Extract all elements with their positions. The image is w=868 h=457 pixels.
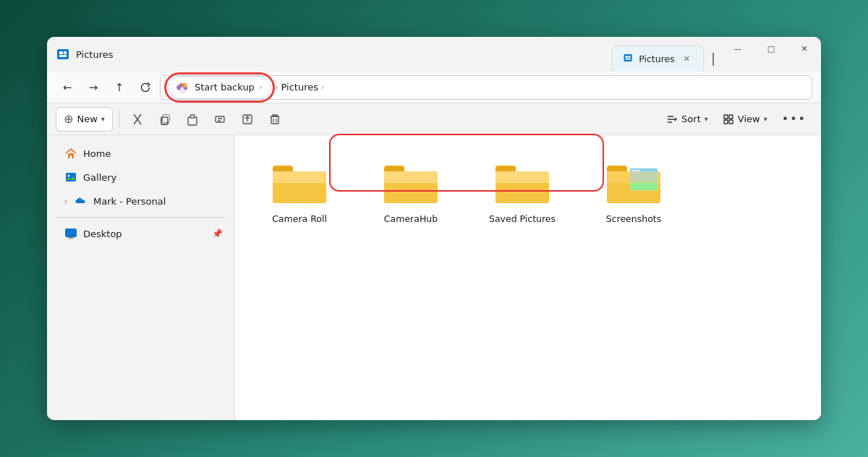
copy-icon: [158, 113, 171, 126]
cloud-icon: [75, 195, 88, 208]
svg-rect-45: [273, 180, 326, 183]
svg-text:↑: ↑: [183, 83, 186, 87]
forward-button[interactable]: →: [82, 76, 105, 99]
sidebar-cloud-label: Mark - Personal: [93, 196, 166, 207]
view-button[interactable]: View ▾: [717, 107, 773, 132]
minimize-button[interactable]: —: [721, 37, 754, 60]
breadcrumb-separator: ›: [274, 82, 278, 93]
svg-rect-58: [607, 171, 660, 183]
folder-icon-camerahub: [378, 155, 443, 208]
sidebar-divider: [56, 217, 226, 218]
home-icon: [64, 147, 77, 160]
sidebar: Home Gallery ›: [47, 135, 235, 420]
sidebar-item-home[interactable]: Home: [50, 142, 231, 165]
new-label: New: [77, 114, 97, 124]
delete-icon: [268, 113, 281, 126]
refresh-button[interactable]: [134, 76, 157, 99]
folder-icon-screenshots: [601, 155, 666, 208]
up-button[interactable]: ↑: [108, 76, 131, 99]
window-tab[interactable]: Pictures ✕: [612, 46, 704, 72]
svg-rect-19: [190, 115, 195, 118]
start-backup-button[interactable]: ↑ Start backup ›: [168, 76, 271, 99]
sidebar-item-gallery[interactable]: Gallery: [50, 166, 231, 189]
maximize-button[interactable]: □: [754, 37, 788, 60]
svg-rect-41: [69, 237, 73, 239]
svg-rect-56: [631, 170, 640, 171]
explorer-window: Pictures Pictures ✕ | — □ ✕ ← → ↑: [47, 37, 821, 420]
toolbar: ⊕ New ▾: [47, 103, 821, 135]
svg-rect-2: [64, 51, 67, 54]
sort-label: Sort: [681, 114, 701, 124]
breadcrumb-end-chevron: ›: [321, 82, 324, 92]
share-icon: [241, 113, 254, 126]
new-chevron: ▾: [101, 115, 105, 123]
copy-button[interactable]: [153, 107, 177, 132]
sort-button[interactable]: Sort ▾: [660, 107, 714, 132]
toolbar-right: Sort ▾ View ▾ •••: [660, 107, 812, 132]
cut-button[interactable]: [125, 107, 150, 132]
svg-rect-20: [216, 116, 224, 122]
folder-saved-pictures-label: Saved Pictures: [489, 213, 556, 224]
svg-point-38: [68, 175, 70, 177]
folder-item-camerahub[interactable]: CameraHub: [364, 150, 458, 230]
sort-icon: [666, 114, 678, 125]
folder-item-screenshots[interactable]: Screenshots: [587, 150, 681, 230]
close-button[interactable]: ✕: [788, 37, 821, 60]
svg-rect-6: [629, 56, 631, 58]
breadcrumb-bar[interactable]: ↑ Start backup › › Pictures ›: [160, 75, 812, 100]
delete-button[interactable]: [263, 107, 287, 132]
view-icon: [723, 114, 734, 125]
view-label: View: [738, 114, 760, 124]
folder-camerahub-label: CameraHub: [384, 213, 438, 224]
svg-rect-36: [70, 155, 72, 158]
content-area: Home Gallery ›: [47, 135, 821, 420]
svg-rect-5: [626, 56, 629, 58]
new-button[interactable]: ⊕ New ▾: [56, 107, 113, 132]
svg-rect-33: [724, 120, 728, 124]
folder-item-saved-pictures[interactable]: Saved Pictures: [475, 150, 569, 230]
breadcrumb-pictures[interactable]: Pictures: [281, 82, 318, 93]
toolbar-divider-1: [119, 111, 119, 128]
svg-rect-48: [384, 180, 438, 183]
gallery-icon: [64, 171, 77, 184]
svg-rect-42: [67, 239, 75, 239]
paste-icon: [186, 113, 199, 126]
tab-label: Pictures: [639, 54, 675, 64]
new-tab-button[interactable]: |: [705, 51, 721, 72]
folder-item-camera-roll[interactable]: Camera Roll: [252, 150, 346, 230]
sort-chevron: ▾: [705, 115, 708, 123]
sidebar-item-cloud[interactable]: › Mark - Personal: [50, 189, 231, 213]
nav-bar: ← → ↑ ↑: [47, 72, 821, 103]
paste-button[interactable]: [180, 107, 205, 132]
svg-rect-31: [724, 115, 728, 119]
backup-chevron: ›: [259, 82, 262, 92]
svg-rect-0: [57, 49, 69, 59]
svg-rect-4: [624, 54, 632, 61]
title-bar: Pictures Pictures ✕ | — □ ✕: [47, 37, 821, 72]
new-plus-icon: ⊕: [64, 112, 73, 126]
view-chevron: ▾: [764, 115, 767, 123]
backup-icon: ↑: [174, 80, 190, 95]
rename-button[interactable]: [208, 107, 232, 132]
svg-rect-37: [66, 173, 76, 181]
back-button[interactable]: ←: [56, 76, 79, 99]
svg-rect-7: [626, 59, 631, 60]
svg-rect-34: [729, 120, 733, 124]
window-title: Pictures: [76, 49, 606, 60]
tab-close-button[interactable]: ✕: [681, 53, 693, 65]
sidebar-item-desktop[interactable]: Desktop 📌: [50, 222, 231, 245]
more-button[interactable]: •••: [776, 107, 812, 132]
backup-label: Start backup: [195, 82, 255, 93]
svg-rect-51: [495, 180, 549, 183]
folder-camera-roll-label: Camera Roll: [272, 213, 327, 224]
file-area: Camera Roll CameraHub: [235, 135, 821, 420]
svg-rect-3: [59, 55, 67, 57]
share-button[interactable]: [235, 107, 260, 132]
rename-icon: [213, 113, 226, 126]
svg-rect-32: [729, 115, 733, 119]
folder-screenshots-label: Screenshots: [606, 213, 661, 224]
sidebar-desktop-label: Desktop: [83, 228, 122, 239]
svg-rect-39: [66, 229, 77, 237]
tab-icon: [623, 53, 633, 65]
sidebar-home-label: Home: [83, 148, 111, 159]
